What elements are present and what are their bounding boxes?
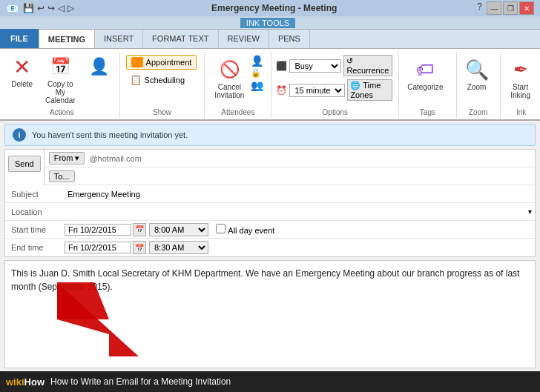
ink-group-label: Ink — [501, 108, 540, 116]
delete-icon: ✕ — [10, 55, 34, 79]
start-time-select[interactable]: 8:00 AM 8:30 AM 9:00 AM — [149, 223, 208, 236]
to-input[interactable] — [79, 170, 536, 182]
back-icon[interactable]: ◁ — [58, 3, 65, 13]
send-button[interactable]: Send — [8, 156, 41, 172]
ribbon-group-attendees: 🚫 Cancel Invitation 👤 🔒 👥 Attendees — [205, 52, 271, 118]
quick-access-toolbar: 💾 ↩ ↪ ◁ ▷ — [23, 3, 74, 13]
zoom-button[interactable]: 🔍 Zoom — [461, 55, 493, 94]
forward-icon[interactable]: ▷ — [68, 3, 74, 13]
show-as-select[interactable]: Busy Free Tentative — [289, 59, 341, 73]
calendar-copy-icon: 📅 — [48, 55, 72, 79]
wikihow-footer: wikiHow How to Write an Email for a Meet… — [0, 371, 540, 392]
appointment-button[interactable]: Appointment — [126, 55, 197, 70]
zoom-group-label: Zoom — [457, 108, 500, 116]
timezones-button[interactable]: 🌐 Time Zones — [347, 79, 392, 101]
appointment-label: Appointment — [146, 58, 192, 67]
redo-icon[interactable]: ↪ — [47, 3, 55, 13]
end-date-input[interactable] — [65, 242, 131, 253]
tab-file[interactable]: FILE — [0, 29, 39, 48]
restore-button[interactable]: ❐ — [503, 1, 518, 15]
zoom-label: Zoom — [467, 83, 487, 91]
start-date-input[interactable] — [65, 224, 131, 236]
send-area: Send — [5, 150, 45, 185]
all-day-label: All day event — [228, 226, 274, 235]
wiki-part: wiki — [6, 376, 24, 388]
appointment-icon — [131, 57, 143, 67]
window-controls: ? — ❐ ✕ — [474, 1, 534, 15]
start-inking-label: StartInking — [510, 83, 530, 99]
all-day-input[interactable] — [216, 224, 225, 233]
title-bar: 📧 💾 ↩ ↪ ◁ ▷ Emergency Meeting - Meeting … — [0, 0, 540, 16]
svg-marker-0 — [57, 282, 139, 356]
tab-pens[interactable]: PENS — [269, 29, 310, 48]
person-icon: 👤 — [87, 55, 111, 79]
ribbon-group-options: ⬛ Busy Free Tentative ↺ Recurrence ⏰ 15 … — [271, 52, 399, 118]
copy-to-calendar-button[interactable]: 📅 Copy to MyCalendar — [39, 52, 81, 107]
undo-icon[interactable]: ↩ — [37, 3, 45, 13]
ribbon-group-show: Appointment 📋 Scheduling Show — [120, 52, 205, 118]
tab-insert[interactable]: INSERT — [95, 29, 143, 48]
ribbon-group-ink: ✒ StartInking Ink — [501, 52, 540, 118]
location-dropdown-icon[interactable]: ▾ — [528, 207, 535, 216]
scheduling-button[interactable]: 📋 Scheduling — [126, 72, 197, 87]
categorize-icon: 🏷 — [413, 58, 437, 82]
close-button[interactable]: ✕ — [519, 1, 534, 15]
from-button[interactable]: From ▾ — [49, 152, 85, 165]
actions-group-label: Actions — [4, 108, 119, 116]
start-date-calendar-icon[interactable]: 📅 — [133, 223, 146, 236]
tags-group-label: Tags — [399, 108, 455, 116]
minimize-button[interactable]: — — [487, 1, 501, 15]
ink-tools-bar: INK TOOLS — [0, 16, 540, 30]
end-date-calendar-icon[interactable]: 📅 — [133, 241, 146, 254]
location-label: Location — [5, 205, 65, 219]
recurrence-button[interactable]: ↺ Recurrence — [343, 55, 392, 76]
start-time-row: Start time 📅 8:00 AM 8:30 AM 9:00 AM All… — [5, 221, 535, 239]
from-value: @hotmail.com — [89, 154, 141, 163]
scheduling-icon: 📋 — [130, 74, 142, 85]
end-time-select[interactable]: 8:30 AM 9:00 AM 9:30 AM — [149, 241, 208, 254]
form-send-area: Send From ▾ @hotmail.com To... — [5, 150, 535, 185]
attendee-icon-2: 👥 — [251, 79, 263, 91]
attendees-icons: 👤 🔒 👥 — [251, 55, 263, 91]
tab-meeting[interactable]: MEETING — [39, 29, 95, 48]
show-as-row: ⬛ Busy Free Tentative ↺ Recurrence — [276, 55, 392, 76]
options-group-label: Options — [271, 108, 398, 116]
cancel-label: Cancel Invitation — [214, 83, 244, 99]
show-group-label: Show — [120, 108, 205, 116]
ribbon-group-zoom: 🔍 Zoom Zoom — [457, 52, 501, 118]
to-button[interactable]: To... — [49, 170, 75, 182]
footer-text: How to Write an Email for a Meeting Invi… — [50, 376, 231, 387]
from-row: From ▾ @hotmail.com — [45, 150, 535, 167]
message-body: This is Juan D. Smith Local Secretary of… — [4, 260, 536, 368]
ribbon-group-actions: ✕ Delete 📅 Copy to MyCalendar 👤 — [4, 52, 120, 118]
location-input[interactable] — [65, 206, 528, 218]
to-row: To... — [45, 167, 535, 185]
start-inking-icon: ✒ — [509, 58, 533, 82]
reminder-row: ⏰ 15 minutes None 5 minutes 🌐 Time Zones — [276, 79, 392, 101]
start-inking-button[interactable]: ✒ StartInking — [505, 55, 536, 102]
cancel-invitation-button[interactable]: 🚫 Cancel Invitation — [211, 55, 248, 102]
tab-review[interactable]: REVIEW — [219, 29, 269, 48]
info-icon: i — [13, 128, 26, 142]
show-as-icon: ⬛ — [276, 61, 287, 71]
body-text[interactable]: This is Juan D. Smith Local Secretary of… — [11, 267, 529, 293]
title-bar-left: 📧 💾 ↩ ↪ ◁ ▷ — [6, 2, 74, 14]
subject-input[interactable] — [65, 188, 535, 200]
start-time-label: Start time — [5, 223, 65, 236]
end-time-row: End time 📅 8:30 AM 9:00 AM 9:30 AM — [5, 239, 535, 256]
ribbon-group-tags: 🏷 Categorize Tags — [399, 52, 456, 118]
zoom-icon: 🔍 — [465, 58, 489, 82]
meeting-form: Send From ▾ @hotmail.com To... Subject — [4, 149, 536, 257]
end-time-label: End time — [5, 241, 65, 254]
all-day-checkbox[interactable]: All day event — [216, 224, 274, 236]
person-button[interactable]: 👤 — [84, 52, 113, 83]
app-icon: 📧 — [6, 2, 19, 14]
tab-format-text[interactable]: FORMAT TEXT — [143, 29, 218, 48]
ribbon: ✕ Delete 📅 Copy to MyCalendar 👤 — [0, 49, 540, 121]
delete-button[interactable]: ✕ Delete — [7, 52, 36, 91]
save-icon[interactable]: 💾 — [23, 3, 34, 13]
help-button[interactable]: ? — [474, 1, 485, 15]
reminder-select[interactable]: 15 minutes None 5 minutes — [289, 84, 345, 97]
scheduling-label: Scheduling — [145, 76, 185, 84]
categorize-button[interactable]: 🏷 Categorize — [404, 55, 447, 94]
